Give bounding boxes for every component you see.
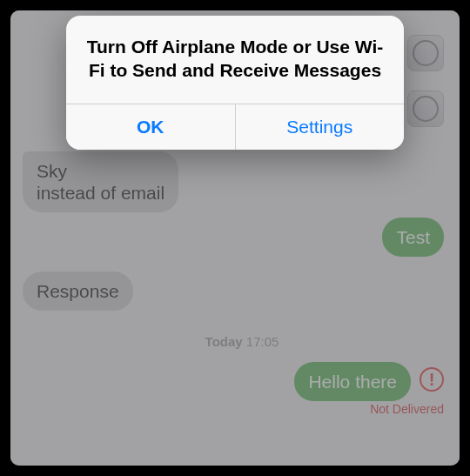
- alert-buttons: OK Settings: [66, 104, 404, 150]
- airplane-mode-alert: Turn Off Airplane Mode or Use Wi-Fi to S…: [66, 16, 404, 150]
- messages-screen: Sky instead of email Test Response Today…: [10, 10, 460, 466]
- settings-button[interactable]: Settings: [235, 104, 405, 150]
- alert-message: Turn Off Airplane Mode or Use Wi-Fi to S…: [66, 16, 404, 104]
- ok-button[interactable]: OK: [66, 104, 235, 150]
